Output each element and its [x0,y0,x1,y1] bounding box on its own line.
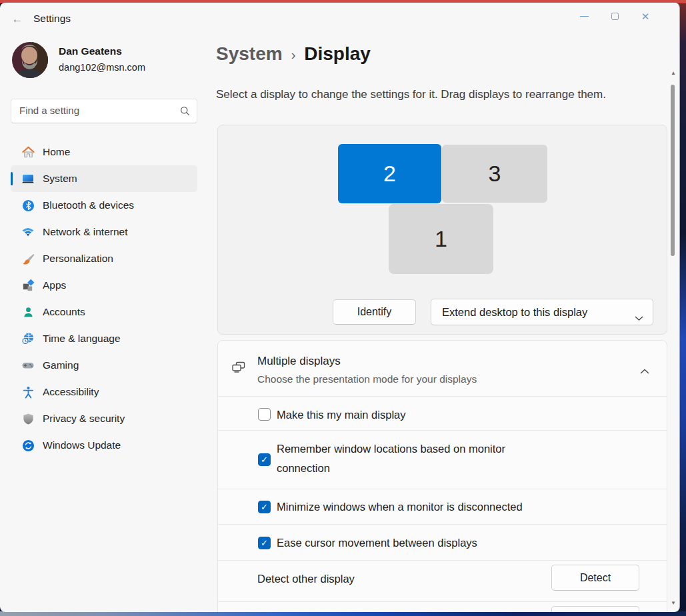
maximize-button[interactable] [599,3,630,29]
breadcrumb-system[interactable]: System [216,43,283,65]
sidebar-item-gaming[interactable]: Gaming [11,352,197,379]
sidebar-item-accounts[interactable]: Accounts [11,299,197,325]
sidebar-item-label: Privacy & security [43,413,125,425]
sidebar-item-label: Personalization [43,253,113,265]
row-separator [218,430,667,431]
display-mode-dropdown[interactable]: Extend desktop to this display [431,299,653,325]
globe-clock-icon [21,332,35,345]
monitor-2[interactable]: 2 [338,144,441,203]
apps-icon [21,279,35,292]
detect-label: Detect other display [257,569,355,589]
sidebar-item-label: Bluetooth & devices [43,199,134,211]
sidebar-item-label: Accessibility [43,386,99,398]
shield-icon [21,412,35,425]
sidebar-item-label: Home [43,146,70,158]
sidebar-item-windows-update[interactable]: Windows Update [11,432,197,459]
minimize-icon [580,16,589,17]
bluetooth-icon [21,199,35,212]
sidebar-item-label: Time & language [43,333,121,345]
sidebar-item-home[interactable]: Home [11,139,197,165]
identify-button[interactable]: Identify [333,299,416,325]
sidebar-item-personalization[interactable]: Personalization [11,245,197,272]
multiple-displays-icon [231,360,247,377]
wifi-icon [21,225,35,239]
settings-window: ← Settings ✕ Dan Geatens dang102@msn.com… [0,3,680,612]
accessibility-icon [21,385,35,399]
user-name: Dan Geatens [59,45,145,57]
avatar[interactable] [12,42,48,78]
detect-button[interactable]: Detect [551,565,639,591]
user-email: dang102@msn.com [59,62,145,73]
row-separator [218,601,667,602]
checkbox-label: Minimize windows when a monitor is disco… [277,497,523,517]
chevron-down-icon [635,311,643,323]
home-icon [21,145,35,159]
main-display-checkbox[interactable] [258,408,271,421]
breadcrumb: System › Display [216,43,371,65]
close-icon: ✕ [641,11,650,21]
back-arrow-icon: ← [12,13,23,26]
window-title: Settings [33,13,71,25]
paintbrush-icon [21,252,35,265]
sidebar-item-apps[interactable]: Apps [11,272,197,299]
sidebar-item-label: Apps [43,279,66,291]
ease-cursor-checkbox[interactable] [258,537,271,549]
sidebar-item-bluetooth-devices[interactable]: Bluetooth & devices [11,192,197,219]
checkbox-label: Ease cursor movement between displays [277,533,477,553]
row-separator [218,524,667,525]
display-mode-value: Extend desktop to this display [442,306,587,319]
breadcrumb-separator: › [291,47,296,63]
page-description: Select a display to change the settings … [216,85,668,104]
sidebar-item-label: System [43,173,77,185]
sidebar-item-network-internet[interactable]: Network & internet [11,219,197,245]
system-icon [21,172,35,185]
sidebar: Home System Bluetooth & devices Network … [11,139,197,459]
row-separator [218,396,667,397]
row-separator [218,489,667,489]
remember-locations-checkbox[interactable] [258,453,271,466]
connect-button[interactable]: Connect [551,606,639,612]
maximize-icon [611,13,619,20]
display-arrangement-panel: 2 3 1 Identify Extend desktop to this di… [217,125,667,335]
sidebar-item-system[interactable]: System [11,165,197,192]
sidebar-item-label: Windows Update [43,439,121,451]
multiple-displays-card: Multiple displays Choose the presentatio… [217,340,667,612]
scrollbar-down-arrow[interactable]: ▼ [671,600,676,606]
sidebar-item-time-language[interactable]: Time & language [11,325,197,352]
expander-title: Multiple displays [257,355,341,368]
desktop-wallpaper-bottom [0,611,686,616]
search-placeholder: Find a setting [19,105,79,116]
search-icon [180,106,190,119]
sidebar-item-label: Network & internet [43,226,128,238]
scrollbar-thumb[interactable] [671,85,675,256]
chevron-up-icon[interactable] [640,365,649,377]
page-title: Display [304,43,371,65]
titlebar: ← Settings ✕ [0,3,679,35]
scrollbar-up-arrow[interactable]: ▲ [671,70,676,76]
profile[interactable]: Dan Geatens dang102@msn.com [59,45,145,73]
minimize-button[interactable] [569,3,599,29]
monitor-3[interactable]: 3 [442,145,547,203]
expander-subtitle: Choose the presentation mode for your di… [257,373,477,385]
search-input[interactable]: Find a setting [11,99,197,123]
row-separator [218,560,667,561]
sidebar-item-privacy-security[interactable]: Privacy & security [11,405,197,432]
gamepad-icon [21,359,35,372]
wireless-display-label: Connect to a wireless display [257,611,400,612]
update-icon [21,439,35,452]
checkbox-label: Remember window locations based on monit… [277,439,557,478]
sidebar-item-label: Gaming [43,359,79,371]
avatar-photo [12,42,48,78]
close-button[interactable]: ✕ [630,3,661,29]
monitor-1[interactable]: 1 [389,204,493,274]
sidebar-item-accessibility[interactable]: Accessibility [11,379,197,405]
person-icon [21,305,35,319]
multiple-displays-header[interactable]: Multiple displays Choose the presentatio… [218,341,667,396]
sidebar-item-label: Accounts [43,306,85,318]
minimize-windows-checkbox[interactable] [258,501,271,513]
back-button[interactable]: ← [8,10,27,29]
checkbox-label: Make this my main display [277,405,405,425]
